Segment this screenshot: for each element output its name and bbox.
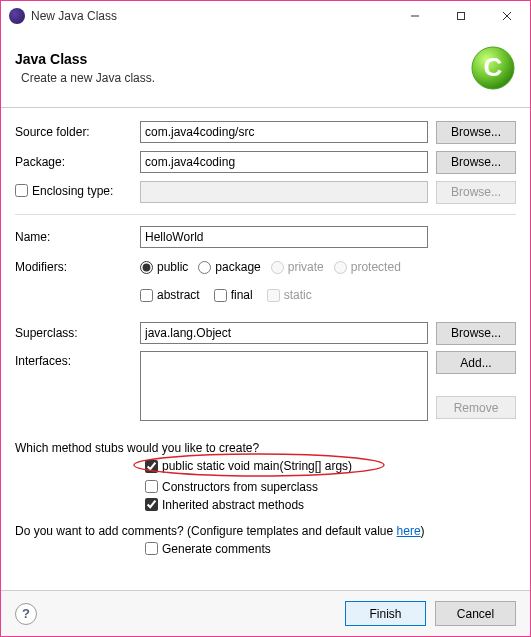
package-input[interactable] bbox=[140, 151, 428, 173]
stubs-question: Which method stubs would you like to cre… bbox=[15, 441, 516, 455]
browse-enclosing-button: Browse... bbox=[436, 181, 516, 204]
label-modifiers: Modifiers: bbox=[15, 260, 140, 274]
modifier-abstract-checkbox[interactable]: abstract bbox=[140, 288, 200, 302]
comments-question: Do you want to add comments? (Configure … bbox=[15, 524, 516, 538]
footer: ? Finish Cancel bbox=[1, 590, 530, 636]
label-enclosing-type: Enclosing type: bbox=[32, 184, 113, 198]
enclosing-type-checkbox[interactable]: Enclosing type: bbox=[15, 184, 113, 198]
close-button[interactable] bbox=[484, 1, 530, 31]
configure-templates-link[interactable]: here bbox=[397, 524, 421, 538]
main-method-checkbox[interactable]: public static void main(String[] args) bbox=[145, 459, 352, 473]
finish-button[interactable]: Finish bbox=[345, 601, 426, 626]
browse-source-button[interactable]: Browse... bbox=[436, 121, 516, 144]
browse-package-button[interactable]: Browse... bbox=[436, 151, 516, 174]
label-interfaces: Interfaces: bbox=[15, 351, 140, 368]
cancel-button[interactable]: Cancel bbox=[435, 601, 516, 626]
constructors-checkbox[interactable]: Constructors from superclass bbox=[145, 480, 506, 494]
modifier-public-radio[interactable]: public bbox=[140, 260, 188, 274]
inherited-methods-checkbox[interactable]: Inherited abstract methods bbox=[145, 498, 506, 512]
name-input[interactable] bbox=[140, 226, 428, 248]
window-title: New Java Class bbox=[31, 9, 392, 23]
titlebar: New Java Class bbox=[1, 1, 530, 31]
add-interface-button[interactable]: Add... bbox=[436, 351, 516, 374]
svg-text:C: C bbox=[484, 52, 503, 82]
modifier-protected-radio: protected bbox=[334, 260, 401, 274]
generate-comments-checkbox[interactable]: Generate comments bbox=[145, 542, 506, 556]
interfaces-list[interactable] bbox=[140, 351, 428, 421]
label-source-folder: Source folder: bbox=[15, 125, 140, 139]
separator bbox=[15, 214, 516, 215]
banner-desc: Create a new Java class. bbox=[15, 71, 462, 85]
label-package: Package: bbox=[15, 155, 140, 169]
minimize-button[interactable] bbox=[392, 1, 438, 31]
svg-rect-1 bbox=[458, 13, 465, 20]
help-button[interactable]: ? bbox=[15, 603, 37, 625]
browse-superclass-button[interactable]: Browse... bbox=[436, 322, 516, 345]
modifier-private-radio: private bbox=[271, 260, 324, 274]
label-name: Name: bbox=[15, 230, 140, 244]
enclosing-type-input bbox=[140, 181, 428, 203]
maximize-button[interactable] bbox=[438, 1, 484, 31]
modifier-static-checkbox: static bbox=[267, 288, 312, 302]
label-superclass: Superclass: bbox=[15, 326, 140, 340]
eclipse-icon bbox=[9, 8, 25, 24]
banner-title: Java Class bbox=[15, 51, 462, 67]
banner: Java Class Create a new Java class. C bbox=[1, 31, 530, 108]
remove-interface-button: Remove bbox=[436, 396, 516, 419]
modifier-package-radio[interactable]: package bbox=[198, 260, 260, 274]
superclass-input[interactable] bbox=[140, 322, 428, 344]
class-wizard-icon: C bbox=[462, 41, 516, 95]
content-area: Source folder: Browse... Package: Browse… bbox=[1, 108, 530, 590]
source-folder-input[interactable] bbox=[140, 121, 428, 143]
modifier-final-checkbox[interactable]: final bbox=[214, 288, 253, 302]
